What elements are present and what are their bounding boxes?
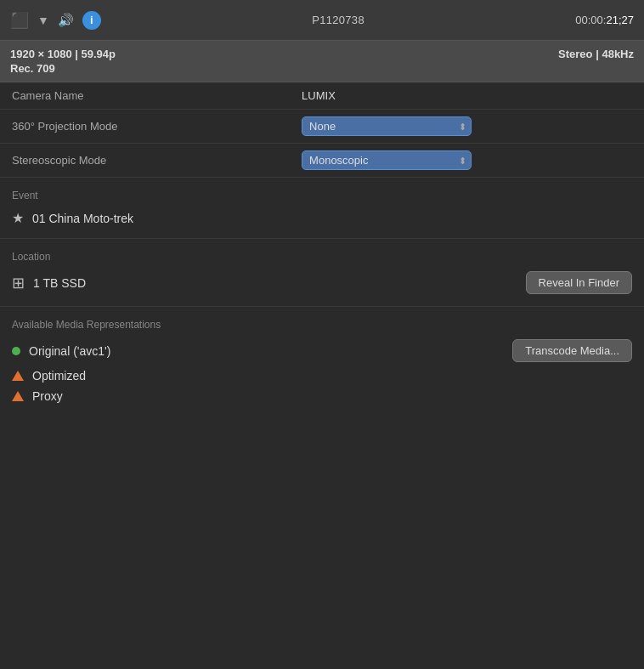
film-icon[interactable]: ⬛: [10, 11, 29, 30]
timecode: 00:00:21;27: [575, 14, 634, 26]
resolution-value: 1920 × 1080: [10, 48, 72, 60]
location-section: Location ⊞ 1 TB SSD Reveal In Finder: [0, 239, 644, 307]
timecode-prefix: 00:00:: [575, 14, 606, 26]
stereoscopic-cell: Monoscopic Side By Side Over/Under: [290, 144, 644, 178]
projection-cell: None Equirectangular Cubic: [290, 110, 644, 144]
stereoscopic-select-wrapper: Monoscopic Side By Side Over/Under: [302, 150, 472, 170]
media-representations-section: Available Media Representations Original…: [0, 307, 644, 422]
info-bar: 1920 × 1080 | 59.94p Stereo | 48kHz Rec.…: [0, 41, 644, 82]
audio-icon[interactable]: 🔊: [58, 13, 74, 28]
stereoscopic-label: Stereoscopic Mode: [0, 144, 290, 178]
location-item: ⊞ 1 TB SSD Reveal In Finder: [12, 271, 632, 294]
projection-select-wrapper: None Equirectangular Cubic: [302, 116, 472, 136]
optimized-label: Optimized: [32, 369, 86, 383]
projection-row: 360° Projection Mode None Equirectangula…: [0, 110, 644, 144]
media-original-left: Original ('avc1'): [12, 344, 110, 358]
original-green-indicator: [12, 347, 20, 355]
info-icon[interactable]: i: [82, 11, 101, 30]
location-grid-icon: ⊞: [12, 274, 25, 292]
media-optimized-item: Optimized: [12, 369, 632, 383]
filter-icon[interactable]: ▼: [37, 14, 49, 27]
media-representations-label: Available Media Representations: [12, 319, 632, 331]
projection-select[interactable]: None Equirectangular Cubic: [302, 116, 472, 136]
camera-name-row: Camera Name LUMIX: [0, 82, 644, 110]
event-item: ★ 01 China Moto-trek: [12, 210, 632, 226]
toolbar: ⬛ ▼ 🔊 i P1120738 00:00:21;27: [0, 0, 644, 41]
media-original-item: Original ('avc1') Transcode Media...: [12, 339, 632, 362]
audio-stereo: Stereo: [558, 48, 592, 60]
optimized-triangle-indicator: [12, 371, 24, 381]
audio-freq: 48kHz: [602, 48, 634, 60]
media-proxy-item: Proxy: [12, 389, 632, 403]
resolution-label: 1920 × 1080 | 59.94p: [10, 48, 116, 60]
proxy-label: Proxy: [32, 389, 63, 403]
event-name: 01 China Moto-trek: [32, 212, 632, 225]
reveal-in-finder-button[interactable]: Reveal In Finder: [526, 271, 632, 294]
stereoscopic-row: Stereoscopic Mode Monoscopic Side By Sid…: [0, 144, 644, 178]
framerate-value: 59.94p: [82, 48, 116, 60]
location-name: 1 TB SSD: [33, 276, 517, 290]
projection-label: 360° Projection Mode: [0, 110, 290, 144]
original-label: Original ('avc1'): [29, 344, 110, 358]
audio-label: Stereo | 48kHz: [558, 48, 634, 60]
properties-table: Camera Name LUMIX 360° Projection Mode N…: [0, 82, 644, 178]
timecode-highlight: 21;27: [606, 14, 634, 26]
camera-name-value: LUMIX: [290, 82, 644, 110]
media-original-row: Original ('avc1') Transcode Media...: [12, 339, 632, 362]
proxy-triangle-indicator: [12, 391, 24, 401]
color-space: Rec. 709: [10, 62, 634, 75]
event-star-icon: ★: [12, 210, 24, 226]
event-label: Event: [12, 190, 632, 201]
toolbar-icons: ⬛ ▼ 🔊 i: [10, 11, 101, 30]
event-section: Event ★ 01 China Moto-trek: [0, 178, 644, 239]
location-label: Location: [12, 251, 632, 263]
stereoscopic-select[interactable]: Monoscopic Side By Side Over/Under: [302, 150, 472, 170]
camera-name-label: Camera Name: [0, 82, 290, 110]
transcode-media-button[interactable]: Transcode Media...: [512, 339, 632, 362]
clip-id: P1120738: [101, 14, 575, 26]
